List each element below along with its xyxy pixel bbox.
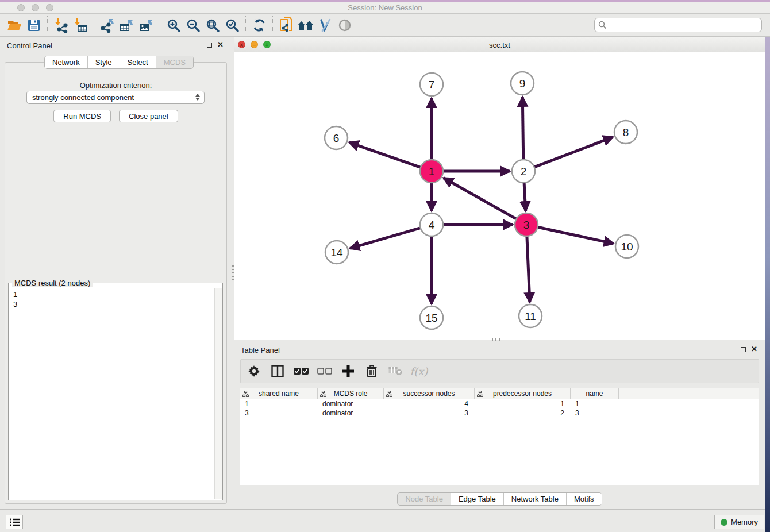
tab-network-table[interactable]: Network Table [504,493,567,505]
run-mcds-button[interactable]: Run MCDS [53,110,111,122]
open-file-icon[interactable] [5,17,24,34]
delete-column-icon[interactable] [364,364,379,379]
horizontal-splitter-handle[interactable] [492,338,502,341]
control-panel: Control Panel ✕ NetworkStyleSelectMCDS O… [0,37,232,509]
tab-select[interactable]: Select [120,56,156,68]
node-6[interactable]: 6 [325,126,348,149]
node-1[interactable]: 1 [420,160,443,183]
edge-3-10[interactable] [538,227,614,244]
cell-shared-name: 1 [240,399,318,408]
memory-button[interactable]: Memory [714,515,764,529]
column-header-MCDS-role[interactable]: MCDS role [318,388,384,399]
network-view-window: × − + scc.txt 7968124314101511 [234,37,765,340]
edge-2-9[interactable] [522,97,523,160]
table-float-icon[interactable] [741,347,746,352]
node-15[interactable]: 15 [420,306,443,329]
node-11[interactable]: 11 [519,304,542,327]
close-panel-button[interactable]: Close panel [119,110,178,122]
memory-label: Memory [731,518,758,526]
zoom-fit-icon[interactable] [203,17,222,34]
cell-MCDS-role: dominator [318,408,384,418]
zoom-selected-icon[interactable] [222,17,242,34]
node-14[interactable]: 14 [325,241,348,264]
node-8[interactable]: 8 [614,121,637,144]
export-table-icon[interactable] [117,17,137,34]
status-bar: Memory [0,509,770,532]
deselect-all-icon[interactable] [317,364,332,379]
svg-text:11: 11 [525,310,536,322]
import-table-icon[interactable] [71,17,90,34]
edge-3-1[interactable] [444,178,517,219]
tab-node-table[interactable]: Node Table [398,493,451,505]
graph-edges [349,97,614,304]
vertical-splitter-handle[interactable] [232,265,234,280]
import-network-icon[interactable] [51,17,71,34]
node-7[interactable]: 7 [420,73,443,96]
export-network-icon[interactable] [98,17,117,34]
svg-text:4: 4 [429,219,435,231]
delete-table-icon[interactable] [388,364,403,379]
table-row[interactable]: 3dominator323 [240,408,759,418]
node-2[interactable]: 2 [512,160,535,183]
edge-3-11[interactable] [527,236,530,302]
tab-style[interactable]: Style [88,56,120,68]
node-3[interactable]: 3 [515,213,538,236]
control-panel-tabs: NetworkStyleSelectMCDS [44,56,194,69]
float-panel-icon[interactable] [207,43,212,48]
criterion-selected-value: strongly connected component [32,93,134,102]
zoom-in-icon[interactable] [164,17,183,34]
memory-status-icon [721,519,727,526]
add-column-icon[interactable] [341,364,356,379]
cell-predecessor-nodes: 1 [475,399,571,408]
table-body[interactable]: 1dominator4113dominator323 [240,399,759,418]
eye-icon[interactable] [335,17,355,34]
tab-motifs[interactable]: Motifs [567,493,602,505]
mcds-result-list[interactable]: 13 [9,288,214,499]
vizmapper-icon[interactable] [315,17,335,34]
node-table: shared nameMCDS rolesuccessor nodesprede… [240,388,759,485]
node-4[interactable]: 4 [420,213,443,236]
select-all-icon[interactable] [294,364,309,379]
column-chooser-icon[interactable] [270,364,285,379]
select-stepper-icon [195,94,200,101]
mcds-result-groupbox: MCDS result (2 nodes) 13 [8,283,223,500]
node-10[interactable]: 10 [615,235,638,258]
column-header-predecessor-nodes[interactable]: predecessor nodes [475,388,571,399]
tab-network[interactable]: Network [45,56,88,68]
app-titlebar: Session: New Session [0,2,770,14]
edge-4-14[interactable] [350,228,421,249]
result-scrollbar[interactable] [214,288,222,499]
save-session-icon[interactable] [24,17,44,34]
tab-edge-table[interactable]: Edge Table [451,493,504,505]
edge-1-6[interactable] [349,142,421,167]
column-header-successor-nodes[interactable]: successor nodes [384,388,475,399]
table-panel-title: Table Panel [241,346,280,354]
network-report-icon[interactable] [276,17,296,34]
refresh-icon[interactable] [249,17,269,34]
control-panel-header: Control Panel ✕ [0,37,232,54]
control-panel-title: Control Panel [7,41,52,50]
function-builder-icon[interactable]: f(x) [411,364,426,379]
network-canvas[interactable]: 7968124314101511 [234,52,765,340]
column-header-name[interactable]: name [571,388,619,399]
edge-2-3[interactable] [524,183,526,211]
home-layout-icon[interactable] [296,17,315,34]
zoom-out-icon[interactable] [183,17,203,34]
edge-2-8[interactable] [534,137,613,167]
tab-mcds[interactable]: MCDS [156,56,193,68]
node-9[interactable]: 9 [511,72,534,95]
mcds-tab-content: Optimization criterion: strongly connect… [5,62,227,504]
table-panel: Table Panel ✕ f(x) shared nameMCDS roles… [234,341,765,509]
table-row[interactable]: 1dominator411 [240,399,759,408]
task-history-button[interactable] [6,515,23,529]
column-header-shared-name[interactable]: shared name [240,388,318,399]
result-item: 1 [9,288,214,299]
criterion-select[interactable]: strongly connected component [26,91,205,104]
search-input[interactable] [594,18,762,32]
cell-name: 1 [571,399,619,408]
close-panel-icon[interactable]: ✕ [217,42,224,48]
settings-gear-icon[interactable] [247,364,261,379]
app-title: Session: New Session [0,3,770,12]
table-close-icon[interactable]: ✕ [751,346,757,352]
export-image-icon[interactable] [137,17,156,34]
